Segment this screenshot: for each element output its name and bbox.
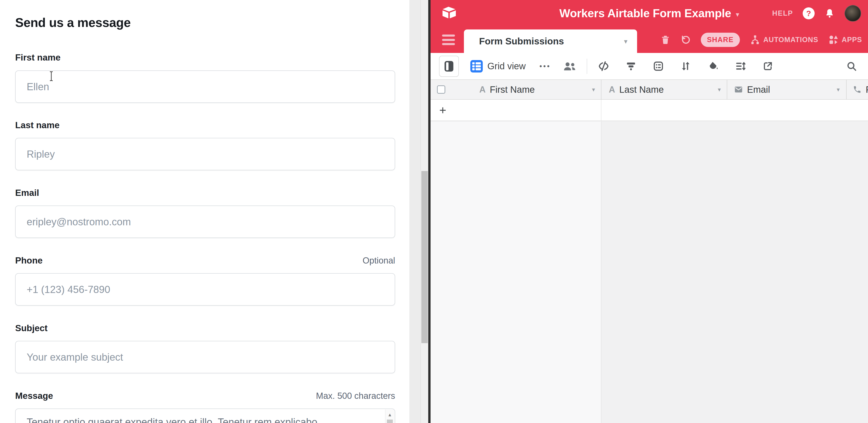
panel-toggle-icon (444, 60, 454, 72)
message-maxchars-hint: Max. 500 characters (316, 391, 395, 401)
history-icon[interactable] (681, 35, 691, 45)
column-caret-icon[interactable]: ▾ (837, 86, 840, 93)
grid-view-icon (470, 60, 483, 72)
table-list-menu-icon[interactable] (442, 34, 455, 45)
column-divider[interactable] (846, 80, 847, 99)
contact-form-pane: Send us a message First name Last name E… (0, 0, 409, 423)
email-label: Email (15, 188, 39, 198)
automations-button[interactable]: AUTOMATIONS (750, 35, 818, 45)
toolbar-divider (587, 59, 587, 74)
subject-label-row: Subject (15, 323, 395, 335)
first-name-label-row: First name (15, 53, 395, 64)
table-header-row: A First Name ▾ A Last Name ▾ Email ▾ (431, 80, 868, 100)
help-button[interactable]: HELP (772, 9, 793, 18)
toolbar-icons (598, 61, 773, 71)
base-title[interactable]: Workers Airtable Form Example (559, 7, 731, 20)
airtable-topbar: Workers Airtable Form Example ▾ HELP ? (431, 0, 868, 27)
column-divider (601, 122, 601, 423)
apps-shapes-icon (829, 35, 839, 45)
add-row-strip[interactable]: + (431, 100, 868, 121)
scroll-up-arrow-icon[interactable]: ▲ (385, 412, 394, 418)
filter-icon[interactable] (626, 61, 637, 71)
share-view-icon[interactable] (763, 61, 773, 71)
column-divider[interactable] (601, 80, 601, 99)
email-label-row: Email (15, 188, 395, 199)
airtable-tabbar: Form Submissions ▾ SHARE (431, 27, 868, 53)
column-header-last-name[interactable]: A Last Name ▾ (609, 80, 727, 99)
subject-input[interactable] (15, 341, 395, 373)
tab-form-submissions[interactable]: Form Submissions ▾ (464, 29, 637, 53)
column-caret-icon[interactable]: ▾ (592, 86, 595, 93)
message-scrollbar[interactable]: ▲ (385, 410, 394, 423)
message-textarea[interactable]: Tenetur optio quaerat expedita vero et i… (15, 409, 395, 423)
text-cursor-icon (48, 71, 54, 82)
column-header-first-name[interactable]: A First Name ▾ (479, 80, 601, 99)
column-header-email[interactable]: Email ▾ (734, 80, 846, 99)
collaborators-icon[interactable] (563, 61, 576, 71)
trash-icon[interactable] (660, 35, 671, 45)
view-more-options-icon[interactable]: ••• (539, 62, 551, 70)
text-field-type-icon: A (479, 85, 486, 95)
message-scroll-thumb[interactable] (387, 420, 393, 423)
email-field-type-icon (734, 85, 743, 94)
subject-label: Subject (15, 323, 48, 333)
apps-label: APPS (842, 36, 862, 44)
table-body-first-column-area (431, 122, 601, 423)
topbar-right-cluster: HELP ? (772, 0, 861, 27)
search-icon[interactable] (846, 61, 857, 71)
message-label-row: Message Max. 500 characters (15, 391, 395, 402)
first-name-input[interactable] (15, 70, 395, 103)
active-table-name: Form Submissions (479, 29, 564, 53)
form-heading: Send us a message (15, 15, 131, 30)
phone-input[interactable] (15, 273, 395, 306)
first-name-label: First name (15, 53, 61, 63)
column-divider (601, 100, 601, 121)
share-button[interactable]: SHARE (701, 33, 740, 47)
table-caret-icon[interactable]: ▾ (624, 29, 627, 53)
last-name-label-row: Last name (15, 120, 395, 132)
phone-field-type-icon (853, 85, 862, 94)
view-toolbar: Grid view ••• (431, 53, 868, 80)
pane-divider[interactable] (428, 0, 431, 423)
notifications-bell-icon[interactable] (824, 8, 835, 19)
row-height-icon[interactable] (735, 61, 746, 71)
sort-icon[interactable] (680, 61, 691, 71)
column-header-phone[interactable]: Phone (853, 80, 868, 99)
add-row-plus-icon[interactable]: + (439, 100, 446, 121)
page-scrollbar-gutter[interactable] (409, 0, 428, 423)
column-caret-icon[interactable]: ▾ (718, 86, 721, 93)
message-label: Message (15, 391, 53, 401)
text-field-type-icon: A (609, 85, 615, 95)
color-icon[interactable] (708, 61, 718, 71)
base-title-caret-icon[interactable]: ▾ (736, 8, 739, 19)
share-label: SHARE (707, 36, 734, 44)
page-scrollbar-thumb[interactable] (421, 171, 428, 343)
table-body-empty (431, 122, 868, 423)
select-all-checkbox[interactable] (437, 85, 445, 94)
airtable-pane: Workers Airtable Form Example ▾ HELP ? F… (431, 0, 868, 423)
help-question-icon[interactable]: ? (803, 7, 815, 19)
view-name: Grid view (487, 61, 526, 71)
view-sidebar-toggle-button[interactable] (439, 56, 459, 77)
hide-fields-icon[interactable] (598, 61, 609, 71)
last-name-label: Last name (15, 120, 60, 130)
group-icon[interactable] (653, 61, 664, 71)
email-input[interactable] (15, 206, 395, 238)
message-text: Tenetur optio quaerat expedita vero et i… (27, 415, 374, 423)
screen: Send us a message First name Last name E… (0, 0, 868, 423)
phone-label: Phone (15, 255, 42, 266)
last-name-input[interactable] (15, 138, 395, 170)
grid-view-switcher[interactable]: Grid view (470, 60, 526, 72)
phone-optional-hint: Optional (363, 256, 395, 266)
column-divider[interactable] (727, 80, 727, 99)
user-avatar[interactable] (844, 5, 861, 22)
tabbar-right-cluster: SHARE AU (660, 27, 862, 53)
phone-label-row: Phone Optional (15, 255, 395, 267)
automations-flowchart-icon (750, 35, 760, 45)
apps-button[interactable]: APPS (829, 35, 862, 45)
automations-label: AUTOMATIONS (763, 36, 818, 44)
